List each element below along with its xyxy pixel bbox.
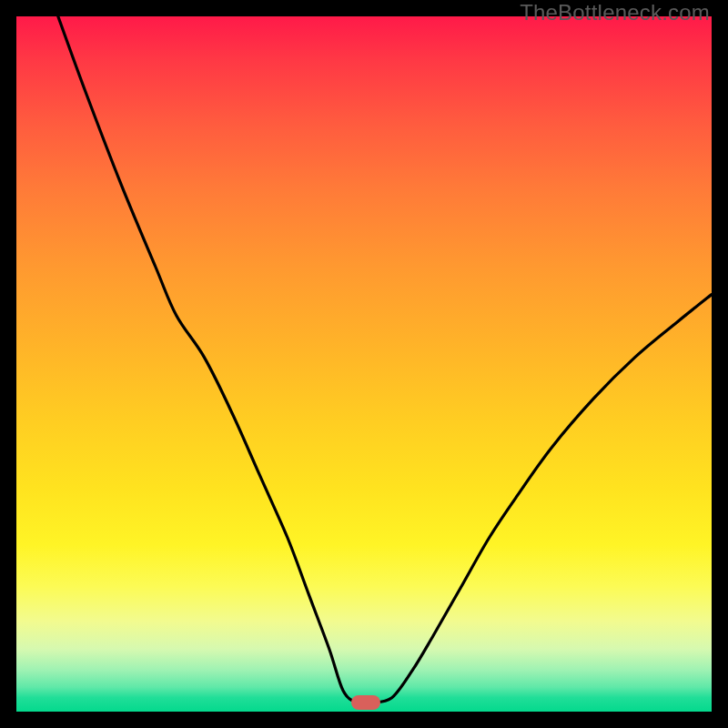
watermark-label: TheBottleneck.com xyxy=(520,0,710,25)
minimum-marker xyxy=(351,695,380,710)
bottleneck-curve-path xyxy=(58,16,712,703)
curve-svg xyxy=(16,16,712,712)
chart-frame: TheBottleneck.com xyxy=(0,0,728,728)
gradient-plot-area xyxy=(16,16,712,712)
